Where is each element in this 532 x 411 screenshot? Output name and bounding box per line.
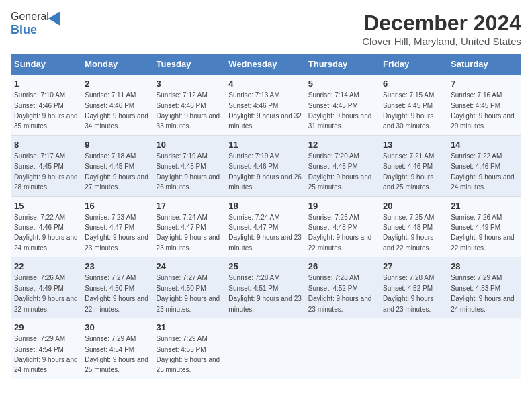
day-sunrise: Sunrise: 7:21 AM: [383, 152, 434, 160]
day-number: 11: [228, 139, 301, 151]
page-header: General Blue December 2024 Clover Hill, …: [11, 11, 521, 47]
day-daylight: Daylight: 9 hours and 23 minutes.: [228, 234, 301, 251]
calendar-cell: [225, 318, 304, 379]
calendar-week-row: 15 Sunrise: 7:22 AM Sunset: 4:46 PM Dayl…: [11, 196, 521, 257]
calendar-cell: 28 Sunrise: 7:29 AM Sunset: 4:53 PM Dayl…: [447, 257, 521, 318]
day-sunset: Sunset: 4:46 PM: [228, 102, 278, 109]
day-sunset: Sunset: 4:45 PM: [14, 163, 64, 170]
day-number: 8: [14, 139, 78, 151]
header-row: Sunday Monday Tuesday Wednesday Thursday…: [11, 54, 521, 75]
day-sunset: Sunset: 4:49 PM: [451, 224, 500, 231]
day-sunset: Sunset: 4:54 PM: [85, 346, 134, 353]
day-number: 22: [14, 261, 78, 273]
calendar-cell: 17 Sunrise: 7:24 AM Sunset: 4:47 PM Dayl…: [153, 196, 226, 257]
calendar-cell: 10 Sunrise: 7:19 AM Sunset: 4:45 PM Dayl…: [153, 135, 226, 196]
calendar-cell: 6 Sunrise: 7:15 AM Sunset: 4:45 PM Dayli…: [380, 75, 447, 135]
calendar-cell: 31 Sunrise: 7:29 AM Sunset: 4:55 PM Dayl…: [153, 318, 226, 379]
header-friday: Friday: [380, 54, 447, 75]
day-number: 3: [157, 78, 222, 90]
day-number: 21: [451, 200, 518, 212]
header-wednesday: Wednesday: [225, 54, 304, 75]
calendar-cell: [305, 318, 380, 379]
day-daylight: Daylight: 9 hours and 24 minutes.: [14, 234, 78, 251]
calendar-cell: 14 Sunrise: 7:22 AM Sunset: 4:46 PM Dayl…: [447, 135, 521, 196]
day-sunset: Sunset: 4:45 PM: [383, 102, 433, 109]
day-daylight: Daylight: 9 hours and 28 minutes.: [14, 173, 78, 191]
day-sunrise: Sunrise: 7:15 AM: [383, 91, 434, 99]
day-daylight: Daylight: 9 hours and 25 minutes.: [85, 356, 148, 373]
day-number: 10: [157, 139, 222, 151]
day-sunrise: Sunrise: 7:13 AM: [228, 91, 279, 99]
day-sunrise: Sunrise: 7:10 AM: [14, 91, 65, 99]
day-sunrise: Sunrise: 7:24 AM: [157, 214, 208, 221]
day-sunset: Sunset: 4:46 PM: [228, 163, 278, 170]
day-sunrise: Sunrise: 7:20 AM: [308, 152, 359, 160]
calendar-cell: 18 Sunrise: 7:24 AM Sunset: 4:47 PM Dayl…: [225, 196, 304, 257]
day-daylight: Daylight: 9 hours and 23 minutes.: [228, 295, 301, 312]
day-sunset: Sunset: 4:50 PM: [85, 285, 134, 292]
day-sunset: Sunset: 4:45 PM: [308, 102, 358, 109]
day-sunrise: Sunrise: 7:29 AM: [451, 274, 502, 281]
day-number: 9: [85, 139, 149, 151]
day-sunrise: Sunrise: 7:24 AM: [228, 214, 279, 221]
day-sunrise: Sunrise: 7:16 AM: [451, 91, 502, 99]
header-monday: Monday: [81, 54, 152, 75]
day-daylight: Daylight: 9 hours and 31 minutes.: [308, 112, 372, 130]
day-sunset: Sunset: 4:52 PM: [308, 285, 358, 292]
day-number: 1: [14, 78, 78, 90]
day-number: 4: [228, 78, 301, 90]
day-sunrise: Sunrise: 7:19 AM: [228, 152, 279, 160]
day-sunrise: Sunrise: 7:22 AM: [14, 214, 65, 221]
day-sunset: Sunset: 4:46 PM: [383, 163, 433, 170]
logo: General Blue: [11, 11, 64, 37]
day-sunset: Sunset: 4:46 PM: [157, 102, 206, 109]
day-daylight: Daylight: 9 hours and 32 minutes.: [228, 112, 301, 130]
page-subtitle: Clover Hill, Maryland, United States: [362, 36, 521, 47]
day-sunrise: Sunrise: 7:27 AM: [85, 274, 136, 281]
calendar-week-row: 1 Sunrise: 7:10 AM Sunset: 4:46 PM Dayli…: [11, 75, 521, 135]
calendar-header: Sunday Monday Tuesday Wednesday Thursday…: [11, 54, 521, 75]
logo-blue-text: Blue: [11, 23, 37, 37]
day-sunrise: Sunrise: 7:17 AM: [14, 152, 65, 160]
day-sunset: Sunset: 4:51 PM: [228, 285, 278, 292]
day-number: 27: [383, 261, 444, 273]
calendar-cell: 23 Sunrise: 7:27 AM Sunset: 4:50 PM Dayl…: [81, 257, 152, 318]
day-sunset: Sunset: 4:47 PM: [228, 224, 278, 231]
day-daylight: Daylight: 9 hours and 33 minutes.: [157, 112, 220, 130]
title-block: December 2024 Clover Hill, Maryland, Uni…: [362, 11, 521, 47]
day-sunrise: Sunrise: 7:27 AM: [157, 274, 208, 281]
day-number: 5: [308, 78, 376, 90]
calendar-cell: [380, 318, 447, 379]
day-number: 23: [85, 261, 149, 273]
day-number: 13: [383, 139, 444, 151]
day-daylight: Daylight: 9 hours and 22 minutes.: [383, 234, 433, 251]
day-sunset: Sunset: 4:55 PM: [157, 346, 206, 353]
day-daylight: Daylight: 9 hours and 29 minutes.: [451, 112, 515, 130]
day-sunset: Sunset: 4:48 PM: [308, 224, 358, 231]
day-number: 6: [383, 78, 444, 90]
calendar-cell: 24 Sunrise: 7:27 AM Sunset: 4:50 PM Dayl…: [153, 257, 226, 318]
calendar-cell: 19 Sunrise: 7:25 AM Sunset: 4:48 PM Dayl…: [305, 196, 380, 257]
logo-general-text: General: [11, 11, 49, 23]
day-number: 24: [157, 261, 222, 273]
calendar-cell: 22 Sunrise: 7:26 AM Sunset: 4:49 PM Dayl…: [11, 257, 81, 318]
day-sunset: Sunset: 4:46 PM: [14, 224, 64, 231]
page-title: December 2024: [362, 11, 521, 36]
day-sunrise: Sunrise: 7:28 AM: [228, 274, 279, 281]
day-sunrise: Sunrise: 7:26 AM: [451, 214, 502, 221]
calendar-cell: 1 Sunrise: 7:10 AM Sunset: 4:46 PM Dayli…: [11, 75, 81, 135]
day-daylight: Daylight: 9 hours and 23 minutes.: [157, 234, 220, 251]
day-sunset: Sunset: 4:54 PM: [14, 346, 64, 353]
header-tuesday: Tuesday: [153, 54, 226, 75]
calendar-cell: 12 Sunrise: 7:20 AM Sunset: 4:46 PM Dayl…: [305, 135, 380, 196]
day-sunset: Sunset: 4:52 PM: [383, 285, 433, 292]
calendar-body: 1 Sunrise: 7:10 AM Sunset: 4:46 PM Dayli…: [11, 75, 521, 379]
day-sunrise: Sunrise: 7:29 AM: [157, 335, 208, 342]
day-daylight: Daylight: 9 hours and 22 minutes.: [308, 234, 372, 251]
day-number: 28: [451, 261, 518, 273]
day-sunrise: Sunrise: 7:14 AM: [308, 91, 359, 99]
header-thursday: Thursday: [305, 54, 380, 75]
day-sunrise: Sunrise: 7:19 AM: [157, 152, 208, 160]
day-sunrise: Sunrise: 7:29 AM: [85, 335, 136, 342]
day-number: 20: [383, 200, 444, 212]
